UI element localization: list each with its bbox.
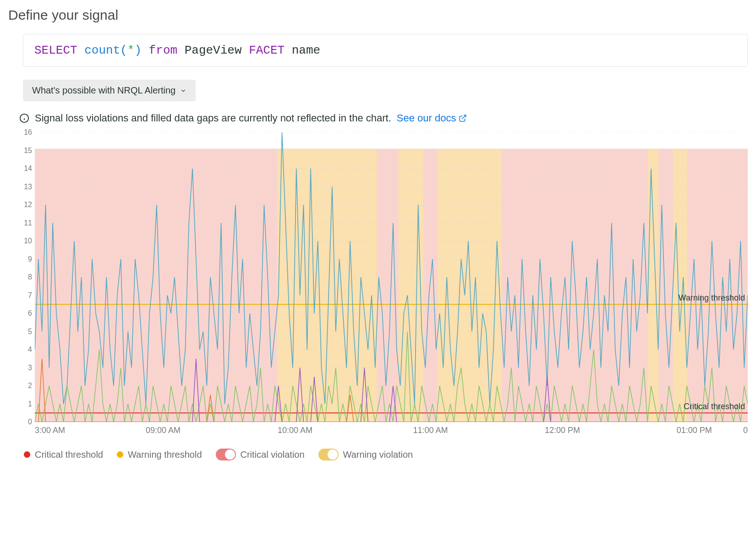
legend-critical-violation: Critical violation	[216, 449, 305, 460]
y-tick: 12	[24, 201, 32, 209]
x-tick: 01:00 PM	[677, 426, 712, 435]
query-token: SELECT	[34, 44, 77, 57]
query-token: from	[149, 44, 177, 57]
docs-link[interactable]: See our docs	[397, 112, 467, 124]
y-tick: 14	[24, 164, 32, 173]
y-tick: 6	[28, 309, 32, 318]
legend-warning-violation: Warning violation	[318, 449, 413, 460]
y-axis: 012345678910111213141516	[19, 129, 35, 422]
legend-label: Critical threshold	[35, 449, 103, 460]
query-token: name	[285, 44, 320, 57]
x-tick: 0	[743, 426, 748, 435]
dot-icon	[117, 451, 123, 458]
svg-rect-9	[673, 149, 687, 422]
page-title: Define your signal	[8, 7, 748, 23]
y-tick: 4	[28, 345, 32, 354]
y-tick: 11	[24, 219, 32, 227]
y-tick: 8	[28, 273, 32, 281]
chart-legend: Critical threshold Warning threshold Cri…	[24, 449, 748, 460]
legend-label: Warning violation	[343, 449, 413, 460]
legend-label: Warning threshold	[128, 449, 202, 460]
whats-possible-dropdown[interactable]: What's possible with NRQL Alerting	[23, 80, 196, 101]
critical-threshold-label: Critical threshold	[684, 402, 745, 411]
svg-rect-5	[277, 149, 377, 422]
y-tick: 0	[28, 418, 32, 426]
query-token	[77, 44, 85, 57]
query-token	[142, 44, 149, 57]
y-tick: 1	[28, 400, 32, 408]
legend-label: Critical violation	[241, 449, 305, 460]
legend-warning-threshold: Warning threshold	[117, 449, 202, 460]
y-tick: 7	[28, 291, 32, 300]
query-token: count	[84, 44, 120, 57]
y-tick: 2	[28, 382, 32, 390]
legend-critical-threshold: Critical threshold	[24, 449, 103, 460]
x-tick: 12:00 PM	[545, 426, 580, 435]
query-token: FACET	[249, 44, 285, 57]
y-tick: 13	[24, 183, 32, 191]
query-token: )	[134, 44, 142, 57]
signal-chart[interactable]: 012345678910111213141516 Warning thresho…	[19, 129, 748, 440]
y-tick: 5	[28, 328, 32, 336]
y-tick: 15	[24, 147, 32, 155]
y-tick: 10	[24, 237, 32, 245]
y-tick: 3	[28, 364, 32, 372]
query-token: (	[120, 44, 127, 57]
toggle-critical-violation[interactable]	[216, 449, 236, 460]
svg-rect-8	[648, 149, 658, 422]
info-icon	[19, 113, 29, 123]
y-tick: 9	[28, 255, 32, 263]
whats-possible-label: What's possible with NRQL Alerting	[32, 85, 175, 96]
docs-link-label: See our docs	[397, 112, 456, 124]
dot-icon	[24, 451, 30, 458]
nrql-query-input[interactable]: SELECT count(*) from PageView FACET name	[23, 34, 748, 67]
info-banner: Signal loss violations and filled data g…	[19, 112, 748, 124]
x-axis: 3:00 AM09:00 AM10:00 AM11:00 AM12:00 PM0…	[35, 424, 748, 440]
x-tick: 09:00 AM	[146, 426, 181, 435]
query-token: PageView	[177, 44, 249, 57]
chart-plot-area[interactable]: Warning threshold Critical threshold	[35, 132, 748, 422]
chevron-down-icon	[180, 88, 186, 94]
x-tick: 10:00 AM	[278, 426, 312, 435]
warning-threshold-label: Warning threshold	[679, 293, 745, 303]
query-token: *	[127, 44, 135, 57]
external-link-icon	[459, 114, 467, 122]
info-text: Signal loss violations and filled data g…	[35, 112, 391, 124]
y-tick: 16	[24, 128, 32, 137]
svg-line-3	[462, 115, 466, 119]
x-tick: 11:00 AM	[413, 426, 448, 435]
x-tick: 3:00 AM	[35, 426, 65, 435]
svg-rect-6	[399, 149, 423, 422]
toggle-warning-violation[interactable]	[318, 449, 339, 460]
